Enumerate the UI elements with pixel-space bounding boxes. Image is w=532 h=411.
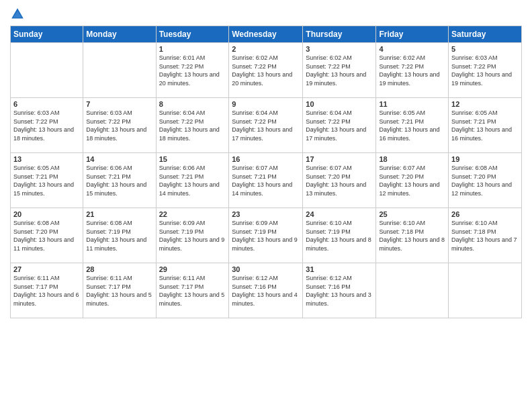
day-info: Sunrise: 6:07 AMSunset: 7:20 PMDaylight:…	[379, 164, 445, 197]
calendar-cell: 20Sunrise: 6:08 AMSunset: 7:20 PMDayligh…	[11, 208, 83, 263]
calendar-cell: 10Sunrise: 6:04 AMSunset: 7:22 PMDayligh…	[303, 98, 376, 153]
calendar-cell: 26Sunrise: 6:10 AMSunset: 7:18 PMDayligh…	[449, 208, 522, 263]
day-info: Sunrise: 6:07 AMSunset: 7:20 PMDaylight:…	[306, 164, 373, 197]
day-info: Sunrise: 6:06 AMSunset: 7:21 PMDaylight:…	[159, 164, 226, 197]
day-info: Sunrise: 6:08 AMSunset: 7:20 PMDaylight:…	[13, 219, 80, 253]
logo	[10, 7, 26, 21]
day-number: 16	[232, 155, 300, 163]
day-number: 25	[379, 210, 445, 218]
day-info: Sunrise: 6:01 AMSunset: 7:22 PMDaylight:…	[159, 54, 226, 87]
calendar-cell: 15Sunrise: 6:06 AMSunset: 7:21 PMDayligh…	[156, 153, 229, 208]
weekday-header-friday: Friday	[376, 26, 449, 43]
calendar-cell	[11, 43, 83, 98]
calendar-cell	[376, 263, 449, 318]
day-number: 27	[13, 265, 80, 273]
day-info: Sunrise: 6:03 AMSunset: 7:22 PMDaylight:…	[86, 109, 152, 142]
weekday-header-tuesday: Tuesday	[156, 26, 229, 43]
calendar-cell: 12Sunrise: 6:05 AMSunset: 7:21 PMDayligh…	[449, 98, 522, 153]
calendar-cell: 19Sunrise: 6:08 AMSunset: 7:20 PMDayligh…	[449, 153, 522, 208]
calendar-cell: 31Sunrise: 6:12 AMSunset: 7:16 PMDayligh…	[303, 263, 376, 318]
day-info: Sunrise: 6:11 AMSunset: 7:17 PMDaylight:…	[13, 274, 80, 308]
day-number: 31	[306, 265, 373, 273]
calendar-cell: 8Sunrise: 6:04 AMSunset: 7:22 PMDaylight…	[156, 98, 229, 153]
page: SundayMondayTuesdayWednesdayThursdayFrid…	[0, 0, 532, 411]
day-info: Sunrise: 6:12 AMSunset: 7:16 PMDaylight:…	[306, 274, 373, 308]
day-info: Sunrise: 6:10 AMSunset: 7:19 PMDaylight:…	[306, 219, 373, 253]
day-number: 5	[451, 45, 519, 53]
day-info: Sunrise: 6:05 AMSunset: 7:21 PMDaylight:…	[13, 164, 80, 197]
calendar-cell: 22Sunrise: 6:09 AMSunset: 7:19 PMDayligh…	[156, 208, 229, 263]
calendar-cell: 1Sunrise: 6:01 AMSunset: 7:22 PMDaylight…	[156, 43, 229, 98]
weekday-header-monday: Monday	[83, 26, 156, 43]
calendar-cell: 5Sunrise: 6:03 AMSunset: 7:22 PMDaylight…	[449, 43, 522, 98]
day-number: 30	[232, 265, 300, 273]
calendar-cell: 25Sunrise: 6:10 AMSunset: 7:18 PMDayligh…	[376, 208, 449, 263]
calendar-cell: 29Sunrise: 6:11 AMSunset: 7:17 PMDayligh…	[156, 263, 229, 318]
weekday-header-saturday: Saturday	[449, 26, 522, 43]
day-info: Sunrise: 6:04 AMSunset: 7:22 PMDaylight:…	[159, 109, 226, 142]
calendar-cell: 3Sunrise: 6:02 AMSunset: 7:22 PMDaylight…	[303, 43, 376, 98]
day-number: 21	[86, 210, 152, 218]
calendar-cell: 24Sunrise: 6:10 AMSunset: 7:19 PMDayligh…	[303, 208, 376, 263]
day-info: Sunrise: 6:11 AMSunset: 7:17 PMDaylight:…	[86, 274, 152, 308]
week-row-2: 6Sunrise: 6:03 AMSunset: 7:22 PMDaylight…	[11, 98, 522, 153]
day-info: Sunrise: 6:04 AMSunset: 7:22 PMDaylight:…	[306, 109, 373, 142]
calendar-cell: 7Sunrise: 6:03 AMSunset: 7:22 PMDaylight…	[83, 98, 156, 153]
day-info: Sunrise: 6:09 AMSunset: 7:19 PMDaylight:…	[159, 219, 226, 253]
calendar-cell: 13Sunrise: 6:05 AMSunset: 7:21 PMDayligh…	[11, 153, 83, 208]
day-number: 11	[379, 100, 445, 108]
day-info: Sunrise: 6:07 AMSunset: 7:21 PMDaylight:…	[232, 164, 300, 197]
day-info: Sunrise: 6:05 AMSunset: 7:21 PMDaylight:…	[451, 109, 519, 142]
day-number: 4	[379, 45, 445, 53]
day-info: Sunrise: 6:03 AMSunset: 7:22 PMDaylight:…	[451, 54, 519, 87]
day-number: 7	[86, 100, 152, 108]
logo-icon	[10, 7, 25, 21]
day-number: 17	[306, 155, 373, 163]
day-number: 18	[379, 155, 445, 163]
calendar-cell: 4Sunrise: 6:02 AMSunset: 7:22 PMDaylight…	[376, 43, 449, 98]
calendar-cell: 16Sunrise: 6:07 AMSunset: 7:21 PMDayligh…	[229, 153, 303, 208]
day-number: 6	[13, 100, 80, 108]
day-info: Sunrise: 6:02 AMSunset: 7:22 PMDaylight:…	[232, 54, 300, 87]
calendar-cell: 9Sunrise: 6:04 AMSunset: 7:22 PMDaylight…	[229, 98, 303, 153]
day-number: 12	[451, 100, 519, 108]
day-info: Sunrise: 6:10 AMSunset: 7:18 PMDaylight:…	[379, 219, 445, 253]
calendar-cell: 23Sunrise: 6:09 AMSunset: 7:19 PMDayligh…	[229, 208, 303, 263]
weekday-header-sunday: Sunday	[11, 26, 83, 43]
week-row-5: 27Sunrise: 6:11 AMSunset: 7:17 PMDayligh…	[11, 263, 522, 318]
day-number: 3	[306, 45, 373, 53]
week-row-4: 20Sunrise: 6:08 AMSunset: 7:20 PMDayligh…	[11, 208, 522, 263]
day-number: 10	[306, 100, 373, 108]
day-info: Sunrise: 6:04 AMSunset: 7:22 PMDaylight:…	[232, 109, 300, 142]
day-number: 20	[13, 210, 80, 218]
day-number: 23	[232, 210, 300, 218]
calendar-cell	[83, 43, 156, 98]
day-info: Sunrise: 6:10 AMSunset: 7:18 PMDaylight:…	[451, 219, 519, 253]
calendar-cell: 30Sunrise: 6:12 AMSunset: 7:16 PMDayligh…	[229, 263, 303, 318]
day-number: 9	[232, 100, 300, 108]
day-info: Sunrise: 6:08 AMSunset: 7:19 PMDaylight:…	[86, 219, 152, 253]
weekday-header-thursday: Thursday	[303, 26, 376, 43]
day-info: Sunrise: 6:05 AMSunset: 7:21 PMDaylight:…	[379, 109, 445, 142]
calendar-cell: 17Sunrise: 6:07 AMSunset: 7:20 PMDayligh…	[303, 153, 376, 208]
day-number: 29	[159, 265, 226, 273]
day-number: 15	[159, 155, 226, 163]
calendar-cell: 28Sunrise: 6:11 AMSunset: 7:17 PMDayligh…	[83, 263, 156, 318]
calendar-cell: 18Sunrise: 6:07 AMSunset: 7:20 PMDayligh…	[376, 153, 449, 208]
day-number: 14	[86, 155, 152, 163]
day-info: Sunrise: 6:02 AMSunset: 7:22 PMDaylight:…	[306, 54, 373, 87]
day-number: 1	[159, 45, 226, 53]
day-number: 2	[232, 45, 300, 53]
calendar-cell: 21Sunrise: 6:08 AMSunset: 7:19 PMDayligh…	[83, 208, 156, 263]
day-number: 19	[451, 155, 519, 163]
week-row-3: 13Sunrise: 6:05 AMSunset: 7:21 PMDayligh…	[11, 153, 522, 208]
day-info: Sunrise: 6:11 AMSunset: 7:17 PMDaylight:…	[159, 274, 226, 308]
calendar-cell: 2Sunrise: 6:02 AMSunset: 7:22 PMDaylight…	[229, 43, 303, 98]
week-row-1: 1Sunrise: 6:01 AMSunset: 7:22 PMDaylight…	[11, 43, 522, 98]
day-number: 28	[86, 265, 152, 273]
calendar-cell: 11Sunrise: 6:05 AMSunset: 7:21 PMDayligh…	[376, 98, 449, 153]
day-info: Sunrise: 6:08 AMSunset: 7:20 PMDaylight:…	[451, 164, 519, 197]
weekday-header-row: SundayMondayTuesdayWednesdayThursdayFrid…	[11, 26, 522, 43]
calendar-cell	[449, 263, 522, 318]
calendar-cell: 27Sunrise: 6:11 AMSunset: 7:17 PMDayligh…	[11, 263, 83, 318]
